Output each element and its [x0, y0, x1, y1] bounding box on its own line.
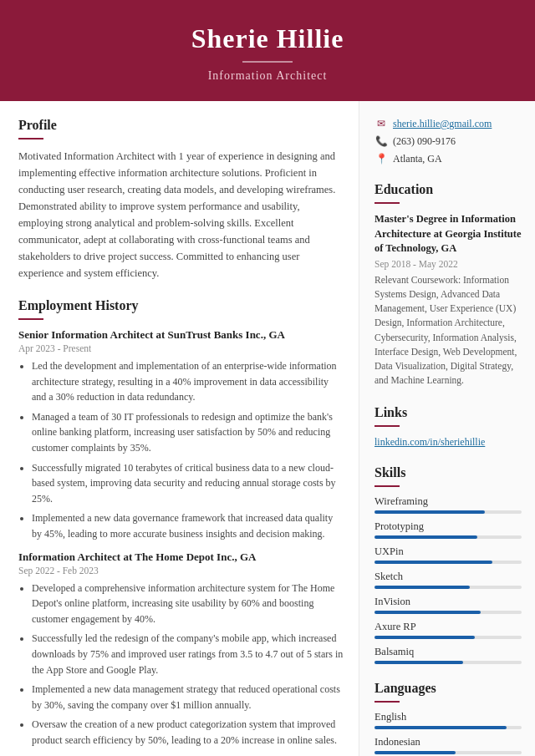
contact-location: 📍 Atlanta, GA [374, 153, 522, 165]
skill-bar-fill [374, 561, 492, 564]
list-item: Oversaw the creation of a new product ca… [32, 717, 344, 748]
employment-section: Employment History Senior Information Ar… [18, 298, 344, 748]
education-title: Education [374, 182, 522, 197]
profile-title: Profile [18, 118, 344, 133]
skill-item: Sketch [374, 571, 522, 589]
skills-divider [374, 485, 400, 487]
list-item: Successfully migrated 10 terabytes of cr… [32, 460, 344, 507]
employment-divider [18, 318, 43, 320]
profile-text: Motivated Information Architect with 1 y… [18, 148, 344, 282]
skill-name: Balsamiq [374, 646, 522, 658]
employment-title: Employment History [18, 298, 344, 313]
languages-title: Languages [374, 681, 522, 696]
contact-section: ✉ sherie.hillie@gmail.com 📞 (263) 090-91… [374, 118, 522, 165]
list-item: Implemented a new data governance framew… [32, 510, 344, 541]
skill-name: InVision [374, 596, 522, 608]
language-bar-fill [374, 726, 507, 729]
location-icon: 📍 [374, 153, 388, 165]
right-column: ✉ sherie.hillie@gmail.com 📞 (263) 090-91… [359, 101, 535, 756]
skills-list: Wireframing Prototyping UXPin Sketch InV… [374, 495, 522, 664]
email-icon: ✉ [374, 118, 388, 130]
job-2-date: Sep 2022 - Feb 2023 [18, 566, 344, 576]
language-bar-fill [374, 751, 456, 754]
contact-email: ✉ sherie.hillie@gmail.com [374, 118, 522, 130]
contact-phone: 📞 (263) 090-9176 [374, 135, 522, 148]
candidate-name: Sherie Hillie [17, 23, 518, 54]
skill-item: UXPin [374, 545, 522, 564]
skill-bar-bg [374, 535, 522, 539]
list-item: Led the development and implementation o… [32, 358, 344, 405]
education-divider [374, 202, 400, 204]
links-divider [374, 425, 400, 427]
language-bar-bg [374, 726, 522, 729]
skills-title: Skills [374, 465, 522, 480]
skill-bar-bg [374, 561, 522, 564]
list-item: Developed a comprehensive information ar… [32, 581, 344, 627]
skill-item: Balsamiq [374, 646, 522, 664]
candidate-title: Information Architect [17, 69, 518, 83]
body: Profile Motivated Information Architect … [0, 101, 535, 756]
skill-name: Wireframing [374, 495, 522, 508]
skill-item: Axure RP [374, 621, 522, 639]
skill-bar-bg [374, 636, 522, 639]
language-bar-bg [374, 751, 522, 754]
job-1: Senior Information Architect at SunTrust… [18, 328, 344, 542]
edu-coursework: Relevant Coursework: Information Systems… [374, 273, 522, 388]
links-section: Links linkedin.com/in/sheriehillie [374, 405, 522, 449]
skill-bar-bg [374, 611, 522, 614]
header: Sherie Hillie Information Architect [0, 0, 535, 101]
language-item: English [374, 711, 522, 729]
skill-bar-fill [374, 611, 481, 614]
job-2: Information Architect at The Home Depot … [18, 551, 344, 748]
skill-bar-bg [374, 586, 522, 589]
list-item: Implemented a new data management strate… [32, 682, 344, 713]
skill-name: Sketch [374, 571, 522, 583]
skill-bar-fill [374, 586, 470, 589]
language-name: English [374, 711, 522, 723]
job-1-title: Senior Information Architect at SunTrust… [18, 328, 344, 342]
phone-icon: 📞 [374, 135, 388, 148]
language-item: Indonesian [374, 736, 522, 754]
job-2-title: Information Architect at The Home Depot … [18, 551, 344, 564]
skill-bar-bg [374, 661, 522, 664]
education-section: Education Master's Degree in Information… [374, 182, 522, 388]
profile-divider [18, 138, 43, 140]
linkedin-link[interactable]: linkedin.com/in/sheriehillie [374, 436, 485, 448]
skill-bar-fill [374, 535, 477, 539]
links-title: Links [374, 405, 522, 420]
skill-name: Prototyping [374, 520, 522, 533]
list-item: Managed a team of 30 IT professionals to… [32, 409, 344, 456]
skill-bar-bg [374, 510, 522, 514]
edu-degree: Master's Degree in Information Architect… [374, 212, 522, 256]
email-link[interactable]: sherie.hillie@gmail.com [393, 118, 492, 130]
list-item: Successfully led the redesign of the com… [32, 631, 344, 677]
languages-section: Languages English Indonesian [374, 681, 522, 754]
edu-date: Sep 2018 - May 2022 [374, 259, 522, 269]
job-2-bullets: Developed a comprehensive information ar… [18, 581, 344, 748]
language-name: Indonesian [374, 736, 522, 748]
profile-section: Profile Motivated Information Architect … [18, 118, 344, 282]
skill-bar-fill [374, 636, 475, 639]
languages-divider [374, 701, 400, 703]
skill-name: Axure RP [374, 621, 522, 633]
job-1-bullets: Led the development and implementation o… [18, 358, 344, 542]
skills-section: Skills Wireframing Prototyping UXPin Ske… [374, 465, 522, 664]
skill-item: InVision [374, 596, 522, 614]
job-1-date: Apr 2023 - Present [18, 343, 344, 353]
languages-list: English Indonesian [374, 711, 522, 754]
resume-container: Sherie Hillie Information Architect Prof… [0, 0, 535, 756]
skill-name: UXPin [374, 545, 522, 558]
skill-item: Wireframing [374, 495, 522, 514]
skill-bar-fill [374, 510, 485, 514]
header-divider [242, 61, 293, 63]
left-column: Profile Motivated Information Architect … [0, 101, 359, 756]
location-text: Atlanta, GA [393, 153, 442, 165]
skill-bar-fill [374, 661, 463, 664]
phone-text: (263) 090-9176 [393, 135, 456, 148]
skill-item: Prototyping [374, 520, 522, 539]
